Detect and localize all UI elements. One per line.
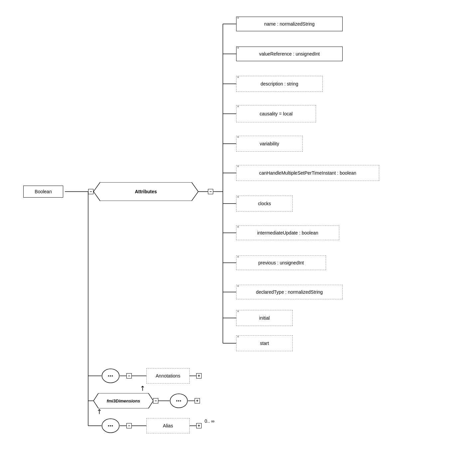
fmi3dimensions-hexagon: fmi3Dimensions [93,393,153,408]
attr-desc-label: description : string [260,81,298,86]
attributes-expand-box[interactable]: − [208,189,213,194]
alias-multiplicity: 0.. ∞ [205,418,214,424]
attributes-hexagon: Attributes [93,182,198,201]
attr-start-label: start [260,341,269,346]
attr-icon-clocks: ≡ [237,196,239,199]
attr-variability-box: ≡ variability [236,136,303,152]
attributes-label: Attributes [135,189,157,194]
fmi3dimensions-ellipse: ••• [170,393,188,408]
boolean-expand-box[interactable]: − [88,189,93,194]
alias-minus-box[interactable]: − [126,423,132,428]
attr-previous-label: previous : unsignedInt [258,260,304,265]
attr-icon-canhandle: ≡ [237,165,239,168]
attr-icon-valueref: ≡ [237,47,239,50]
attr-icon-variability: ≡ [237,136,239,139]
attr-valueref-label: valueReference : unsignedInt [259,51,320,57]
fmi3dimensions-ellipse-dots: ••• [176,398,182,403]
attr-icon-name: ≡ [237,17,239,20]
attr-previous-box: ≡ previous : unsignedInt [236,255,326,270]
attr-name-box: ≡ name : normalizedString [236,17,343,31]
attr-icon-initial: ≡ [237,310,239,313]
attr-canhandle-box: ≡ canHandleMultipleSetPerTimeInstant : b… [236,165,379,181]
attr-valueref-box: ≡ valueReference : unsignedInt [236,47,343,61]
attr-initial-label: initial [259,315,270,321]
annotations-box: Annotations [146,368,190,383]
alias-ellipse: ••• [101,418,120,433]
annotations-arrow: ↗ [138,383,147,393]
attr-clocks-box: ≡ clocks [236,196,293,212]
attr-causality-label: causality = local [259,111,292,116]
attr-intermediate-label: intermediateUpdate : boolean [257,230,318,235]
attr-initial-box: ≡ initial [236,310,293,326]
annotations-label: Annotations [156,373,180,379]
annotations-ellipse-dots: ••• [108,374,113,379]
attr-clocks-label: clocks [258,201,271,206]
annotations-plus-box[interactable]: + [196,373,202,379]
diagram: Boolean − Attributes − ≡ name : normaliz… [0,0,476,459]
alias-box: Alias [146,418,190,433]
annotations-minus-box[interactable]: − [126,373,132,379]
attr-declaredtype-label: declaredType : normalizedString [256,289,323,295]
fmi3dimensions-plus-box[interactable]: + [195,398,200,403]
attr-causality-box: ≡ causality = local [236,105,316,122]
alias-label: Alias [163,423,173,428]
boolean-box: Boolean [23,186,63,198]
fmi3dimensions-minus-box[interactable]: − [153,398,158,403]
fmi3dimensions-label: fmi3Dimensions [107,398,140,403]
attr-icon-previous: ≡ [237,255,239,258]
attr-canhandle-label: canHandleMultipleSetPerTimeInstant : boo… [259,170,356,176]
annotations-ellipse: ••• [101,368,120,383]
attr-intermediate-box: ≡ intermediateUpdate : boolean [236,226,339,240]
attr-icon-causality: ≡ [237,105,239,108]
attr-icon-intermediate: ≡ [237,226,239,229]
attr-icon-start: ≡ [237,335,239,338]
attr-variability-label: variability [260,141,279,146]
attr-icon-desc: ≡ [237,76,239,79]
attr-desc-box: ≡ description : string [236,76,323,92]
attr-start-box: ≡ start [236,335,293,351]
attr-declaredtype-box: ≡ declaredType : normalizedString [236,285,343,299]
boolean-label: Boolean [35,189,52,194]
attr-icon-declaredtype: ≡ [237,285,239,288]
alias-plus-box[interactable]: + [196,423,202,428]
attr-name-label: name : normalizedString [264,21,315,27]
alias-ellipse-dots: ••• [108,423,113,428]
